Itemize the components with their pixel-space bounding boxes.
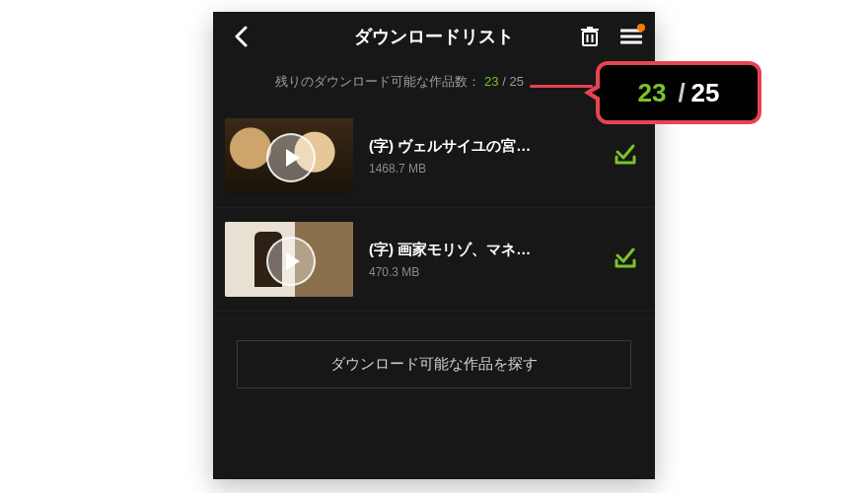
- item-meta: (字) ヴェルサイユの宮… 1468.7 MB: [369, 137, 604, 176]
- highlight-underline: [530, 85, 593, 88]
- trash-icon: [580, 26, 600, 47]
- callout-bubble: 23 / 25: [596, 61, 761, 124]
- play-icon[interactable]: [266, 133, 316, 182]
- downloaded-icon[interactable]: [614, 143, 637, 169]
- callout-available: 23: [637, 78, 666, 108]
- remaining-available: 23: [484, 74, 498, 89]
- video-thumbnail[interactable]: [225, 222, 353, 297]
- page-title: ダウンロードリスト: [354, 25, 514, 48]
- video-thumbnail[interactable]: [225, 118, 353, 193]
- play-icon[interactable]: [266, 237, 316, 286]
- callout-total: 25: [691, 78, 720, 108]
- chevron-left-icon: [234, 26, 248, 47]
- list-item[interactable]: (字) 画家モリゾ、マネ… 470.3 MB: [213, 208, 655, 312]
- svg-rect-0: [583, 32, 597, 45]
- item-title: (字) 画家モリゾ、マネ…: [369, 241, 604, 259]
- back-button[interactable]: [221, 12, 260, 61]
- remaining-label: 残りのダウンロード可能な作品数：: [275, 74, 480, 89]
- footer: ダウンロード可能な作品を探す: [213, 317, 655, 410]
- header-bar: ダウンロードリスト: [213, 12, 655, 61]
- menu-button[interactable]: [612, 12, 651, 61]
- item-size: 1468.7 MB: [369, 162, 604, 176]
- remaining-total: 25: [509, 74, 523, 89]
- item-size: 470.3 MB: [369, 265, 604, 279]
- delete-button[interactable]: [570, 12, 610, 61]
- callout-separator: /: [678, 78, 685, 108]
- item-meta: (字) 画家モリゾ、マネ… 470.3 MB: [369, 241, 604, 279]
- list-item[interactable]: (字) ヴェルサイユの宮… 1468.7 MB: [213, 105, 655, 208]
- item-title: (字) ヴェルサイユの宮…: [369, 137, 604, 156]
- downloaded-icon[interactable]: [614, 246, 637, 272]
- find-downloadable-button[interactable]: ダウンロード可能な作品を探す: [237, 340, 631, 388]
- notification-dot-icon: [637, 24, 645, 32]
